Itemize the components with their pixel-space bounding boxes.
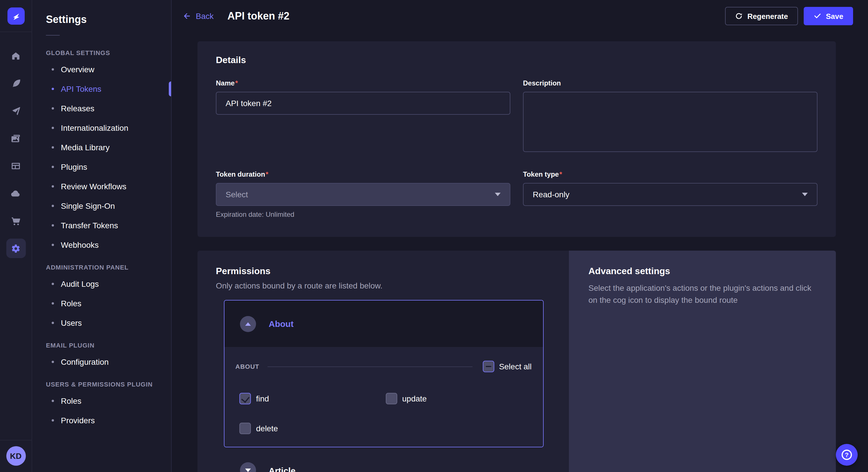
strapi-logo[interactable] [7, 7, 24, 25]
sidebar-item-transfer-tokens[interactable]: Transfer Tokens [32, 216, 171, 235]
sidebar-item-up-roles[interactable]: Roles [32, 391, 171, 411]
subnav-title: Settings [32, 0, 171, 26]
main-content: Back API token #2 Regenerate Save Detail… [172, 0, 868, 472]
sidebar-item-internationalization[interactable]: Internationalization [32, 118, 171, 138]
required-asterisk: * [235, 79, 238, 87]
content-type-builder-icon[interactable] [6, 156, 26, 175]
find-checkbox[interactable] [239, 393, 251, 404]
help-button[interactable]: ? [836, 444, 858, 466]
sidebar-item-single-sign-on[interactable]: Single Sign-On [32, 196, 171, 216]
back-link[interactable]: Back [183, 11, 214, 21]
accordion-about-body: ABOUT Select all [224, 347, 543, 447]
content-manager-feather-icon[interactable] [6, 73, 26, 93]
sidebar-item-releases[interactable]: Releases [32, 99, 171, 118]
sidebar-item-review-workflows[interactable]: Review Workflows [32, 177, 171, 196]
select-all-checkbox[interactable] [483, 361, 494, 372]
bullet-icon [52, 244, 54, 246]
sidebar-item-plugins[interactable]: Plugins [32, 157, 171, 177]
token-duration-help: Expiration date: Unlimited [216, 210, 510, 218]
bullet-icon [52, 361, 54, 363]
update-label: update [402, 394, 427, 403]
bullet-icon [52, 205, 54, 207]
delete-checkbox[interactable] [239, 423, 251, 434]
token-type-value: Read-only [533, 190, 569, 199]
media-library-icon[interactable] [6, 129, 26, 148]
sidebar-item-up-providers[interactable]: Providers [32, 411, 171, 430]
token-type-field-group: Token type* Read-only [523, 170, 817, 218]
sidebar-item-audit-logs[interactable]: Audit Logs [32, 274, 171, 294]
marketplace-cart-icon[interactable] [6, 211, 26, 231]
action-update[interactable]: update [385, 393, 532, 404]
regenerate-button[interactable]: Regenerate [725, 7, 798, 25]
sidebar-item-email-configuration[interactable]: Configuration [32, 352, 171, 372]
description-textarea[interactable] [523, 92, 817, 152]
permissions-title: Permissions [216, 266, 544, 276]
permissions-card: Permissions Only actions bound by a rout… [197, 250, 569, 472]
back-arrow-icon [183, 12, 191, 20]
permissions-section: Permissions Only actions bound by a rout… [197, 250, 836, 472]
description-label: Description [523, 79, 817, 87]
strapi-admin-app: KD Settings GLOBAL SETTINGS Overview API… [0, 0, 868, 472]
accordion-about-title: About [269, 319, 293, 329]
sidebar-item-admin-users[interactable]: Users [32, 313, 171, 333]
sidebar-item-admin-roles[interactable]: Roles [32, 294, 171, 313]
refresh-icon [735, 12, 743, 20]
expand-toggle-button[interactable] [240, 462, 256, 472]
token-duration-select[interactable]: Select [216, 183, 510, 206]
name-input[interactable] [216, 92, 510, 115]
sidebar-item-overview[interactable]: Overview [32, 60, 171, 79]
select-all-control[interactable]: Select all [483, 361, 532, 372]
bullet-icon [52, 166, 54, 168]
header-actions: Regenerate Save [725, 7, 853, 25]
sidebar-item-media-library[interactable]: Media Library [32, 138, 171, 157]
bullet-icon [52, 88, 54, 90]
user-avatar[interactable]: KD [6, 446, 26, 466]
active-indicator [169, 81, 171, 96]
advanced-settings-title: Advanced settings [588, 266, 816, 276]
sidebar-item-api-tokens[interactable]: API Tokens [32, 79, 171, 99]
bullet-icon [52, 127, 54, 129]
required-asterisk: * [559, 170, 562, 178]
token-type-label: Token type* [523, 170, 817, 178]
sidebar-item-webhooks[interactable]: Webhooks [32, 235, 171, 255]
bullet-icon [52, 68, 54, 71]
save-label: Save [826, 12, 843, 20]
chevron-down-icon [245, 469, 251, 472]
action-delete[interactable]: delete [239, 423, 385, 434]
select-all-label: Select all [499, 362, 532, 371]
home-icon[interactable] [6, 46, 26, 65]
subsection-divider [267, 366, 472, 367]
about-subsection-label: ABOUT [236, 363, 259, 370]
details-form-row-2: Token duration* Select Expiration date: … [216, 170, 817, 218]
accordion-article[interactable]: Article [224, 447, 544, 472]
settings-gear-icon[interactable] [6, 239, 26, 258]
bullet-icon [52, 146, 54, 148]
paper-plane-icon[interactable] [6, 101, 26, 121]
collapse-toggle-button[interactable] [240, 316, 256, 332]
cloud-icon[interactable] [6, 183, 26, 203]
delete-label: delete [256, 424, 278, 433]
bullet-icon [52, 322, 54, 324]
chevron-down-icon [495, 193, 501, 196]
details-title: Details [216, 55, 817, 65]
update-checkbox[interactable] [385, 393, 397, 404]
about-subsection-row: ABOUT Select all [236, 355, 532, 378]
rail-icon-list [6, 46, 26, 440]
permissions-subtitle: Only actions bound by a route are listed… [216, 281, 544, 290]
rail-bottom: KD [0, 440, 32, 472]
action-find[interactable]: find [239, 393, 385, 404]
section-label-global-settings: GLOBAL SETTINGS [32, 40, 171, 60]
token-type-select[interactable]: Read-only [523, 183, 817, 206]
accordion-about-header[interactable]: About [224, 301, 543, 347]
details-form-row-1: Name* Description [216, 79, 817, 154]
token-duration-label: Token duration* [216, 170, 510, 178]
save-button[interactable]: Save [803, 7, 853, 25]
bullet-icon [52, 302, 54, 305]
token-duration-placeholder: Select [226, 190, 248, 199]
main-nav-rail: KD [0, 0, 32, 472]
regenerate-label: Regenerate [747, 12, 788, 20]
sidebar-item-label: Single Sign-On [61, 201, 115, 210]
page-header: Back API token #2 Regenerate Save [172, 0, 868, 32]
sidebar-item-label: Media Library [61, 143, 110, 152]
find-label: find [256, 394, 269, 403]
